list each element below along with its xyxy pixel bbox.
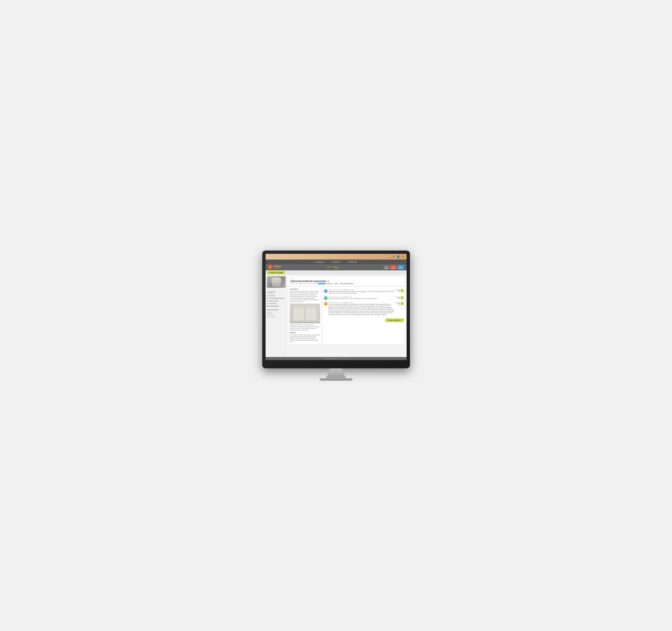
car-seat-image — [290, 304, 320, 323]
new-idea-button[interactable]: ✦ I have a new idea! — [267, 271, 285, 274]
vote-2: 👍 — [395, 296, 397, 298]
idea-body: Description: Problem: We are working on … — [289, 287, 405, 344]
monitor-base — [320, 378, 353, 381]
imprint-link[interactable]: Imprint — [345, 358, 350, 359]
comment-actions-2: 👍 💬 ✎ — [395, 296, 404, 300]
comment-content-1: Created 8/23/2016 12:31 pm M.Gloeckner #… — [329, 289, 394, 294]
vote-count-3: 👍 — [395, 302, 397, 303]
bookmark-icon[interactable]: ★ — [328, 280, 330, 282]
content-area: 1069 Improving headrests ergonomics ★ Cr… — [287, 275, 407, 357]
logo-text: GOIDEA BY INDEC — [274, 265, 282, 269]
solution-title: Solution: — [290, 332, 320, 333]
more-functions-title: More functions — [267, 309, 286, 310]
vote-count-1: 👍 — [395, 289, 397, 290]
nav-bar: Campaigns Categories Dashboard — [266, 260, 407, 264]
settings-icon[interactable]: ⚙ — [402, 255, 404, 258]
description-text: Problem: We are working on many things f… — [290, 290, 320, 303]
svg-rect-2 — [273, 277, 280, 280]
comment-item-2: TU Created 8/23/2016 12:28 pm T.Unger #2… — [324, 295, 404, 301]
action-list-section: Action list ★ Overview 💬 Comments/discus… — [267, 292, 286, 307]
action-row: ✦ I have a new idea! — [266, 271, 407, 275]
tasks-icon: ▦ — [267, 305, 268, 307]
comment-text-3: There are 2 main types of headrest, we'l… — [329, 304, 394, 316]
comment-item-3: MW Created 8/23/2016 9:43 am M.Williams … — [324, 301, 404, 317]
nav-categories[interactable]: Categories — [331, 260, 342, 263]
comments-icon: 💬 — [267, 298, 269, 299]
sub-nav-ideas[interactable]: Ideas — [334, 266, 338, 268]
solution-text: Use extended headrests which partially d… — [290, 334, 320, 343]
comment-meta-2: Created 8/23/2016 12:28 pm T.Unger #2016 — [329, 296, 394, 298]
info-link[interactable]: Info — [342, 358, 344, 359]
footer-text: © 2024 INDEC GmbH & Co. KG - — [322, 358, 342, 359]
edit-btn-3[interactable]: ✎ — [401, 302, 404, 305]
thumbnail-image — [267, 276, 286, 288]
logo-icon: G — [268, 265, 273, 270]
comments-panel: MG Created 8/23/2016 12:31 pm M.Gloeckne… — [322, 287, 405, 344]
tag-seat-future[interactable]: Seats - Seat of the future — [339, 283, 354, 284]
top-bar: 🔍 ✉ 👤 ⚙ — [266, 254, 407, 260]
nav-campaigns[interactable]: Campaigns — [314, 260, 326, 263]
sidebar-comments[interactable]: 💬 Comments/discussion — [267, 297, 286, 300]
vote-1: 👍 — [395, 289, 397, 290]
create-comment-area: Create comment... — [324, 317, 404, 322]
solution-section: Solution: Use extended headrests which p… — [290, 332, 320, 343]
comment-actions-1: 👍 💬 ✎ — [395, 289, 404, 294]
monitor-wrapper: 🔍 ✉ 👤 ⚙ Campaigns Categories Dashboard G… — [262, 251, 410, 381]
svg-rect-7 — [307, 305, 316, 309]
monitor-frame: 🔍 ✉ 👤 ⚙ Campaigns Categories Dashboard G… — [262, 251, 410, 368]
tag-mechanics[interactable]: Mechanics — [326, 283, 333, 284]
comment-item: MG Created 8/23/2016 12:31 pm M.Gloeckne… — [324, 288, 404, 295]
note-text: However an extension of the head restrai… — [290, 324, 320, 331]
sidebar-final-rating[interactable]: ★ Final rating — [267, 302, 286, 305]
vote-3: 👍 — [395, 302, 397, 303]
idea-title: Improving headrests ergonomics ★ — [290, 280, 403, 282]
user-icon[interactable]: 👤 — [397, 255, 400, 258]
expert-icon: ★ — [267, 300, 268, 302]
car-seat-visual — [290, 304, 320, 323]
idea-thumbnail — [267, 276, 286, 288]
svg-rect-6 — [306, 308, 316, 320]
comment-content-3: Created 8/23/2016 9:43 am M.Williams #20… — [329, 302, 394, 316]
comment-content-2: Created 8/23/2016 12:28 pm T.Unger #2016… — [329, 296, 394, 300]
ideas-overview-link[interactable]: ‹ Ideas overview — [267, 290, 277, 292]
sidebar-overview[interactable]: ★ Overview — [267, 294, 286, 297]
idea-header: 1069 Improving headrests ergonomics ★ Cr… — [289, 277, 405, 286]
overview-icon: ★ — [267, 295, 268, 297]
send-email-link[interactable]: Send as email — [267, 316, 286, 318]
search-icon[interactable]: 🔍 — [387, 255, 390, 258]
monitor-stand — [326, 368, 346, 378]
svg-rect-1 — [272, 283, 280, 286]
mail-icon[interactable]: ✉ — [392, 255, 394, 258]
rating-badge: 5.0 Rating — [390, 265, 397, 270]
reply-btn-2[interactable]: 💬 — [397, 296, 400, 299]
main-content: ‹ Ideas overview Action list ★ Overview … — [266, 275, 407, 357]
footer: © 2024 INDEC GmbH & Co. KG - Info / Impr… — [266, 357, 407, 360]
final-icon: ★ — [267, 303, 268, 304]
create-comment-button[interactable]: Create comment... — [385, 319, 404, 322]
edit-btn-2[interactable]: ✎ — [401, 296, 404, 299]
comment-avatar-3: MW — [324, 302, 328, 306]
copy-idea-link[interactable]: Copy idea — [267, 313, 286, 316]
reply-btn-3[interactable]: 💬 — [397, 302, 400, 305]
sub-nav-links: Home Ideas — [285, 266, 380, 268]
edit-idea-link[interactable]: Edit idea — [267, 311, 286, 313]
monitor-screen: 🔍 ✉ 👤 ⚙ Campaigns Categories Dashboard G… — [266, 254, 407, 360]
comment-meta-1: Created 8/23/2016 12:31 pm M.Gloeckner #… — [329, 289, 394, 290]
action-list-title: Action list — [267, 292, 286, 294]
edit-btn-1[interactable]: ✎ — [401, 289, 404, 292]
logo: G GOIDEA BY INDEC — [268, 265, 282, 270]
vote-badges: 7 Votes 5.0 Rating 0.0 Expert — [383, 265, 404, 270]
sidebar-expert-ratings[interactable]: ★ Expert ratings — [267, 300, 286, 302]
sub-nav-home[interactable]: Home — [327, 266, 332, 268]
reply-btn-1[interactable]: 💬 — [397, 289, 400, 292]
comment-actions-3: 👍 💬 ✎ — [395, 302, 404, 316]
description-title: Description: — [290, 288, 320, 290]
comment-avatar-1: MG — [324, 289, 328, 293]
sub-nav: G GOIDEA BY INDEC Home Ideas 7 Votes — [266, 264, 407, 271]
sidebar-tasks[interactable]: ▦ Tasks/activities — [267, 305, 286, 307]
comment-avatar-2: TU — [324, 296, 328, 300]
comment-text-1: I believe we should work on both, the "l… — [329, 291, 394, 294]
tag-ergonomics[interactable]: Ergonomics — [318, 283, 326, 284]
tag-seats[interactable]: Seats — [334, 283, 339, 284]
nav-dashboard[interactable]: Dashboard — [347, 260, 358, 263]
